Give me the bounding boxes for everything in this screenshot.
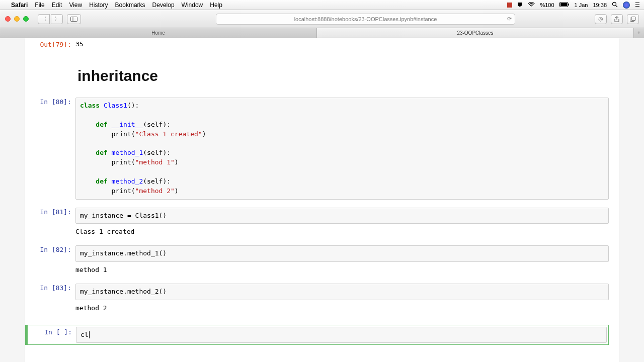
in-prompt-81: In [81]:: [25, 208, 75, 224]
url-bar[interactable]: localhost:8888/notebooks/23-OOPClasses.i…: [216, 14, 515, 25]
battery-percent: %100: [540, 2, 554, 8]
back-button[interactable]: 〈: [38, 14, 50, 24]
reload-icon[interactable]: ⟳: [507, 16, 512, 22]
code-cell-80[interactable]: In [80]: class Class1(): def __init__(se…: [25, 97, 619, 200]
out-value-79: 35: [75, 40, 84, 49]
svg-rect-5: [71, 17, 77, 21]
tabstrip: Home 23-OOPClasses +: [0, 28, 644, 38]
forward-button[interactable]: 〉: [51, 14, 63, 24]
active-code-cell[interactable]: In [ ]: cl: [25, 325, 609, 345]
siri-icon[interactable]: [623, 2, 630, 9]
out-prompt-79: Out[79]:: [25, 40, 75, 49]
jupyter-notebook: Out[79]: 35 inheritance In [80]: class C…: [25, 38, 619, 362]
menu-bookmarks[interactable]: Bookmarks: [115, 2, 145, 9]
app-name[interactable]: Safari: [11, 2, 28, 9]
output-stream-81: Class 1 created: [25, 225, 619, 244]
code-83-content[interactable]: my_instance.method_2(): [80, 287, 604, 297]
heading-inheritance: inheritance: [77, 67, 619, 84]
safari-toolbar: 〈 〉 localhost:8888/notebooks/23-OOPClass…: [0, 10, 644, 28]
share-button[interactable]: [611, 14, 623, 24]
output-stream-82: method 1: [25, 263, 619, 283]
menu-help[interactable]: Help: [210, 2, 222, 9]
window-zoom-button[interactable]: [23, 16, 29, 22]
svg-rect-2: [568, 4, 569, 6]
shield-icon[interactable]: ⛊: [517, 2, 523, 8]
in-prompt-82: In [82]:: [25, 245, 75, 262]
spotlight-icon[interactable]: [612, 2, 618, 9]
menubar-date[interactable]: 1 Jan: [575, 2, 588, 8]
macos-menubar: Safari File Edit View History Bookmarks …: [0, 0, 644, 10]
text-cursor: [89, 331, 90, 338]
menu-develop[interactable]: Develop: [152, 2, 175, 9]
tab-home[interactable]: Home: [0, 28, 317, 38]
window-close-button[interactable]: [5, 16, 11, 22]
notification-center-icon[interactable]: ☰: [635, 2, 640, 8]
recording-icon[interactable]: [507, 3, 512, 8]
menu-edit[interactable]: Edit: [52, 2, 62, 9]
wifi-icon[interactable]: [528, 2, 535, 8]
code-81-content[interactable]: my_instance = Class1(): [80, 211, 604, 221]
code-cell-82[interactable]: In [82]: my_instance.method_1(): [25, 244, 619, 263]
tabs-overview-button[interactable]: [627, 14, 639, 24]
code-80-content[interactable]: class Class1(): def __init__(self): prin…: [80, 101, 604, 196]
reader-button[interactable]: ◎: [595, 14, 607, 24]
svg-rect-8: [631, 17, 635, 20]
in-prompt-83: In [83]:: [25, 284, 75, 300]
svg-rect-1: [560, 3, 567, 6]
markdown-heading[interactable]: inheritance: [25, 53, 619, 90]
menu-window[interactable]: Window: [182, 2, 203, 9]
window-minimize-button[interactable]: [14, 16, 20, 22]
in-prompt-80: In [80]:: [25, 98, 75, 199]
tab-notebook[interactable]: 23-OOPClasses: [317, 28, 634, 38]
code-cell-81[interactable]: In [81]: my_instance = Class1(): [25, 207, 619, 225]
svg-line-4: [616, 6, 617, 7]
output-cell-79: Out[79]: 35: [25, 38, 619, 53]
code-cell-83[interactable]: In [83]: my_instance.method_2(): [25, 283, 619, 301]
battery-icon[interactable]: [559, 2, 570, 8]
in-prompt-blank: In [ ]:: [28, 325, 76, 344]
output-stream-83: method 2: [25, 301, 619, 321]
svg-point-3: [613, 2, 616, 6]
url-text: localhost:8888/notebooks/23-OOPClasses.i…: [294, 16, 437, 22]
menu-view[interactable]: View: [69, 2, 82, 9]
active-code-input[interactable]: cl: [76, 327, 607, 343]
menu-history[interactable]: History: [89, 2, 108, 9]
menubar-time[interactable]: 19:38: [593, 2, 607, 8]
sidebar-button[interactable]: [67, 14, 81, 24]
new-tab-button[interactable]: +: [634, 28, 644, 38]
code-82-content[interactable]: my_instance.method_1(): [80, 249, 604, 258]
menu-file[interactable]: File: [35, 2, 44, 9]
